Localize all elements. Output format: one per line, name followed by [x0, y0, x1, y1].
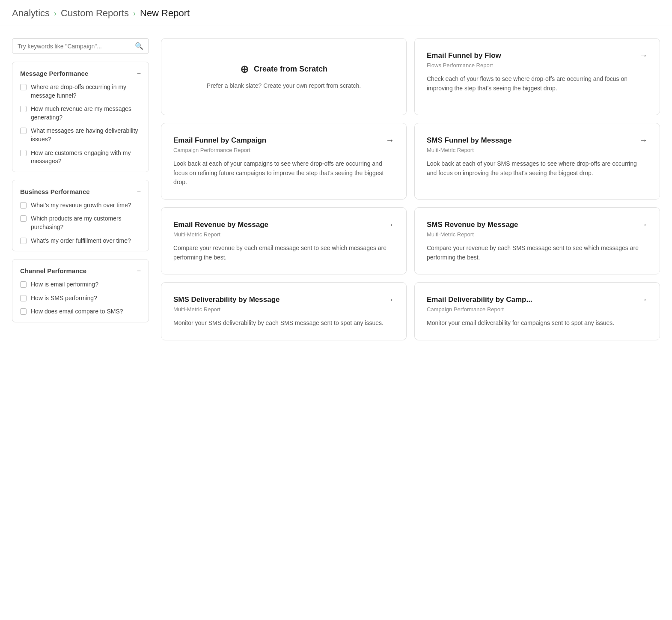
sidebar-item-label-message-2: How much revenue are my messages generat…	[31, 105, 141, 122]
checkbox-business-3[interactable]	[20, 238, 27, 244]
breadcrumb-sep-2: ›	[133, 9, 136, 18]
checkbox-message-4[interactable]	[20, 150, 27, 156]
card-desc-1: Look back at each of your campaigns to s…	[173, 159, 394, 187]
sidebar-section-header-channel: Channel Performance −	[20, 267, 141, 274]
search-bar[interactable]: 🔍	[12, 38, 149, 54]
sidebar-item-label-business-3: What's my order fulfillment over time?	[31, 237, 131, 245]
sidebar-item-message-2[interactable]: How much revenue are my messages generat…	[20, 105, 141, 122]
card-title-3: Email Revenue by Message	[173, 221, 268, 229]
checkbox-business-2[interactable]	[20, 215, 27, 222]
card-title-2: SMS Funnel by Message	[427, 136, 511, 145]
sidebar-item-channel-3[interactable]: How does email compare to SMS?	[20, 307, 141, 316]
card-subtitle-4: Multi-Metric Report	[427, 231, 648, 238]
card-desc-2: Look back at each of your SMS messages t…	[427, 159, 648, 178]
card-subtitle-2: Multi-Metric Report	[427, 147, 648, 153]
sidebar-section-channel-performance: Channel Performance − How is email perfo…	[12, 259, 149, 322]
card-email-funnel-by-flow[interactable]: Email Funnel by Flow → Flows Performance…	[414, 38, 660, 115]
breadcrumb-sep-1: ›	[54, 9, 56, 18]
card-title-row-1: Email Funnel by Campaign →	[173, 135, 394, 145]
sidebar-item-message-1[interactable]: Where are drop-offs occurring in my mess…	[20, 83, 141, 100]
card-subtitle-6: Campaign Performance Report	[427, 306, 648, 313]
card-title-row-2: SMS Funnel by Message →	[427, 135, 648, 145]
card-subtitle-3: Multi-Metric Report	[173, 231, 394, 238]
sidebar-section-message-performance: Message Performance − Where are drop-off…	[12, 62, 149, 172]
arrow-icon-6: →	[639, 295, 648, 304]
sidebar-item-label-message-1: Where are drop-offs occurring in my mess…	[31, 83, 141, 100]
checkbox-message-2[interactable]	[20, 106, 27, 112]
sidebar-section-title-channel: Channel Performance	[20, 267, 86, 274]
sidebar: 🔍 Message Performance − Where are drop-o…	[12, 38, 149, 322]
card-create-title: ⊕ Create from Scratch	[240, 63, 327, 75]
sidebar-item-label-message-3: What messages are having deliverability …	[31, 127, 141, 143]
breadcrumb-analytics[interactable]: Analytics	[12, 8, 50, 19]
breadcrumb-new-report: New Report	[140, 8, 190, 19]
search-input[interactable]	[18, 43, 131, 50]
card-subtitle-0: Flows Performance Report	[427, 62, 648, 69]
card-desc-0: Check each of your flows to see where dr…	[427, 75, 648, 93]
sidebar-item-message-4[interactable]: How are customers engaging with my messa…	[20, 149, 141, 166]
card-title-row-6: Email Deliverability by Camp... →	[427, 295, 648, 304]
sidebar-item-message-3[interactable]: What messages are having deliverability …	[20, 127, 141, 143]
sidebar-section-business-performance: Business Performance − What's my revenue…	[12, 180, 149, 251]
card-title-row-5: SMS Deliverability by Message →	[173, 295, 394, 304]
sidebar-item-label-business-1: What's my revenue growth over time?	[31, 201, 131, 210]
sidebar-item-channel-1[interactable]: How is email performing?	[20, 280, 141, 289]
collapse-channel-icon[interactable]: −	[137, 268, 141, 274]
card-title-4: SMS Revenue by Message	[427, 221, 518, 229]
sidebar-section-title-message: Message Performance	[20, 70, 88, 77]
card-email-revenue-by-message[interactable]: Email Revenue by Message → Multi-Metric …	[161, 207, 407, 274]
search-icon: 🔍	[135, 42, 143, 50]
card-title-row-3: Email Revenue by Message →	[173, 220, 394, 230]
card-create-from-scratch[interactable]: ⊕ Create from Scratch Prefer a blank sla…	[161, 38, 407, 115]
sidebar-item-business-2[interactable]: Which products are my customers purchasi…	[20, 215, 141, 231]
checkbox-message-1[interactable]	[20, 84, 27, 90]
sidebar-section-title-business: Business Performance	[20, 188, 90, 195]
sidebar-item-label-channel-1: How is email performing?	[31, 280, 98, 289]
card-email-deliverability-by-campaign[interactable]: Email Deliverability by Camp... → Campai…	[414, 282, 660, 340]
sidebar-item-business-1[interactable]: What's my revenue growth over time?	[20, 201, 141, 210]
sidebar-section-header-business: Business Performance −	[20, 188, 141, 195]
breadcrumb-custom-reports[interactable]: Custom Reports	[61, 8, 129, 19]
card-title-row-0: Email Funnel by Flow →	[427, 51, 648, 60]
sidebar-item-label-business-2: Which products are my customers purchasi…	[31, 215, 141, 231]
card-desc-4: Compare your revenue by each SMS message…	[427, 244, 648, 262]
sidebar-section-header-message: Message Performance −	[20, 70, 141, 77]
card-create-desc: Prefer a blank slate? Create your own re…	[207, 81, 361, 90]
sidebar-item-channel-2[interactable]: How is SMS performing?	[20, 294, 141, 303]
arrow-icon-1: →	[386, 135, 394, 145]
card-subtitle-1: Campaign Performance Report	[173, 147, 394, 153]
arrow-icon-0: →	[639, 51, 648, 60]
arrow-icon-3: →	[386, 220, 394, 230]
collapse-message-icon[interactable]: −	[137, 70, 141, 77]
arrow-icon-5: →	[386, 295, 394, 304]
checkbox-channel-3[interactable]	[20, 308, 27, 315]
checkbox-channel-2[interactable]	[20, 295, 27, 301]
card-sms-funnel-by-message[interactable]: SMS Funnel by Message → Multi-Metric Rep…	[414, 123, 660, 200]
create-plus-icon: ⊕	[240, 63, 249, 75]
card-title-5: SMS Deliverability by Message	[173, 295, 280, 304]
content-area: ⊕ Create from Scratch Prefer a blank sla…	[161, 38, 660, 340]
card-desc-5: Monitor your SMS deliverability by each …	[173, 319, 394, 328]
collapse-business-icon[interactable]: −	[137, 188, 141, 195]
card-title-6: Email Deliverability by Camp...	[427, 295, 532, 304]
card-desc-3: Compare your revenue by each email messa…	[173, 244, 394, 262]
card-subtitle-5: Multi-Metric Report	[173, 306, 394, 313]
card-email-funnel-by-campaign[interactable]: Email Funnel by Campaign → Campaign Perf…	[161, 123, 407, 200]
arrow-icon-2: →	[639, 135, 648, 145]
card-sms-deliverability-by-message[interactable]: SMS Deliverability by Message → Multi-Me…	[161, 282, 407, 340]
checkbox-channel-1[interactable]	[20, 281, 27, 288]
breadcrumb: Analytics › Custom Reports › New Report	[0, 0, 672, 26]
card-title-row-4: SMS Revenue by Message →	[427, 220, 648, 230]
card-desc-6: Monitor your email deliverability for ca…	[427, 319, 648, 328]
card-title-1: Email Funnel by Campaign	[173, 136, 266, 145]
sidebar-item-business-3[interactable]: What's my order fulfillment over time?	[20, 237, 141, 245]
sidebar-item-label-message-4: How are customers engaging with my messa…	[31, 149, 141, 166]
sidebar-item-label-channel-3: How does email compare to SMS?	[31, 307, 123, 316]
checkbox-business-1[interactable]	[20, 202, 27, 209]
card-title-0: Email Funnel by Flow	[427, 51, 501, 60]
card-sms-revenue-by-message[interactable]: SMS Revenue by Message → Multi-Metric Re…	[414, 207, 660, 274]
arrow-icon-4: →	[639, 220, 648, 230]
checkbox-message-3[interactable]	[20, 128, 27, 134]
sidebar-item-label-channel-2: How is SMS performing?	[31, 294, 97, 303]
